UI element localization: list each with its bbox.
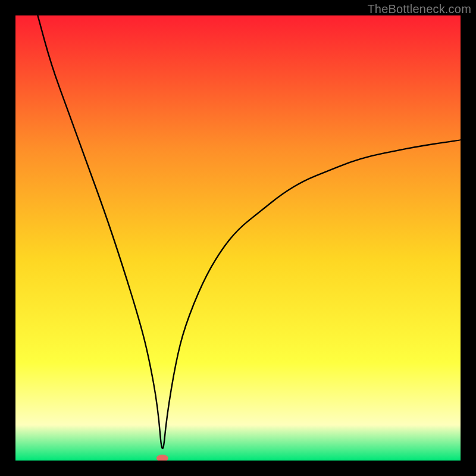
gradient-background — [15, 15, 461, 461]
chart-canvas — [15, 15, 461, 461]
watermark-text: TheBottleneck.com — [367, 2, 471, 16]
chart-frame — [15, 15, 461, 461]
